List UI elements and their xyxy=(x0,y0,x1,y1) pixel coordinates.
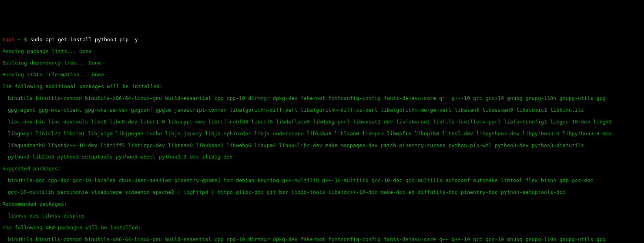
output-line: gcc-10-multilib parcimonie xloadimage sc… xyxy=(2,190,642,195)
output-line: binutils binutils-common binutils-x86-64… xyxy=(2,96,642,101)
command-text: sudo apt-get install python3-pip -y xyxy=(30,37,138,42)
output-line: Reading state information... Done xyxy=(2,72,642,78)
output-line: Suggested packages: xyxy=(2,166,642,172)
output-line: binutils-doc cpp-doc gcc-10-locales dbus… xyxy=(2,178,642,184)
output-line: Building dependency tree... Done xyxy=(2,60,642,66)
output-line: libgomp1 libisl23 libitm1 libjbig0 libjp… xyxy=(2,131,642,137)
output-line: Recommended packages: xyxy=(2,201,642,207)
output-line: gpg-agent gpg-wks-client gpg-wks-server … xyxy=(2,107,642,113)
prompt-user: root xyxy=(2,37,15,42)
output-line: binutils binutils-common binutils-x86-64… xyxy=(2,237,642,243)
prompt-line: root ~ $ sudo apt-get install python3-pi… xyxy=(2,37,642,43)
prompt-tilde: ~ xyxy=(18,37,21,42)
output-line: python3-lib2to3 python3-setuptools pytho… xyxy=(2,154,642,160)
output-line: libc-dev-bin libc-devtools libc6 libc6-d… xyxy=(2,119,642,125)
output-line: libquadmath0 libstdc++-10-dev libtiff5 l… xyxy=(2,143,642,149)
output-line: libnss-nis libnss-nisplus xyxy=(2,213,642,219)
terminal[interactable]: root ~ $ sudo apt-get install python3-pi… xyxy=(0,29,644,243)
output-line: The following NEW packages will be insta… xyxy=(2,225,642,231)
prompt-dollar: $ xyxy=(24,37,27,42)
output-line: The following additional packages will b… xyxy=(2,84,642,90)
output-line: Reading package lists... Done xyxy=(2,49,642,55)
